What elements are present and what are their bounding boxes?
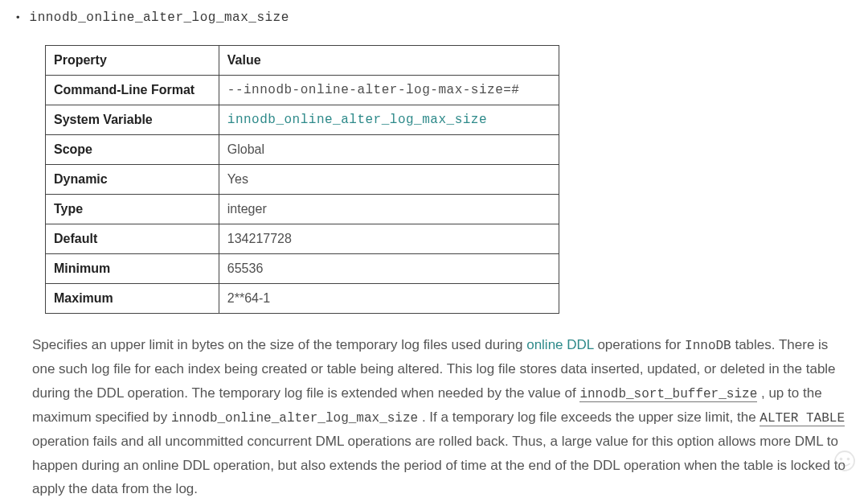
property-cell: Default (46, 224, 219, 254)
desc-text: Specifies an upper limit in bytes on the… (32, 337, 526, 352)
value-cell: integer (219, 195, 559, 224)
value-cell: --innodb-online-alter-log-max-size=# (219, 76, 559, 105)
header-property: Property (46, 46, 219, 76)
header-value: Value (219, 46, 559, 76)
alter-table-link[interactable]: ALTER TABLE (760, 411, 845, 426)
table-row: Minimum65536 (46, 254, 559, 284)
variable-description: Specifies an upper limit in bytes on the… (32, 333, 845, 501)
sort-buffer-size-link[interactable]: innodb_sort_buffer_size (579, 387, 757, 402)
property-cell: Scope (46, 135, 219, 165)
property-cell: Dynamic (46, 165, 219, 195)
desc-text: . If a temporary log file exceeds the up… (422, 409, 760, 425)
system-variable-link[interactable]: innodb_online_alter_log_max_size (227, 113, 487, 127)
svg-point-2 (847, 458, 850, 461)
value-cell: Global (219, 135, 559, 165)
table-row: Default134217728 (46, 224, 559, 254)
table-header-row: Property Value (46, 46, 559, 76)
value-cell: 2**64-1 (219, 284, 559, 314)
desc-text: operation fails and all uncommitted conc… (32, 434, 845, 497)
value-cell[interactable]: innodb_online_alter_log_max_size (219, 105, 559, 135)
max-size-code: innodb_online_alter_log_max_size (171, 411, 418, 426)
desc-text: operations for (597, 337, 685, 352)
table-row: Maximum2**64-1 (46, 284, 559, 314)
property-cell: Type (46, 195, 219, 224)
property-cell: Minimum (46, 254, 219, 284)
innodb-code: InnoDB (685, 339, 731, 353)
property-cell: Command-Line Format (46, 76, 219, 105)
property-cell: Maximum (46, 284, 219, 314)
bullet-icon: • (16, 9, 20, 27)
table-row: ScopeGlobal (46, 135, 559, 165)
table-row: Typeinteger (46, 195, 559, 224)
table-row: System Variableinnodb_online_alter_log_m… (46, 105, 559, 135)
online-ddl-link[interactable]: online DDL (526, 337, 593, 352)
table-row: DynamicYes (46, 165, 559, 195)
value-cell: 65536 (219, 254, 559, 284)
property-cell: System Variable (46, 105, 219, 135)
variable-name: innodb_online_alter_log_max_size (30, 6, 289, 29)
value-cell: Yes (219, 165, 559, 195)
variable-heading: • innodb_online_alter_log_max_size (16, 6, 855, 29)
properties-table: Property Value Command-Line Format--inno… (45, 45, 559, 314)
value-cell: 134217728 (219, 224, 559, 254)
table-row: Command-Line Format--innodb-online-alter… (46, 76, 559, 105)
